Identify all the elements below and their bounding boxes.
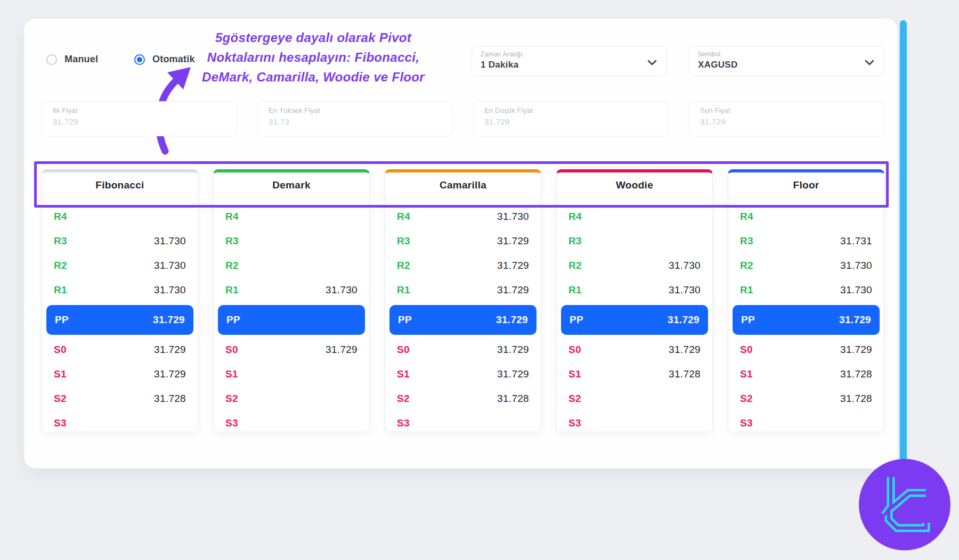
pivot-card: Woodie R4R3R231.730R131.730PP31.729S031.… bbox=[556, 169, 713, 432]
pivot-card: Demark R4R3R2R131.730PPS031.729S1S2S3 bbox=[213, 169, 370, 432]
pivot-row-label: S2 bbox=[54, 393, 67, 405]
pivot-row-r3: R331.731 bbox=[728, 229, 884, 253]
pivot-row-label: S3 bbox=[225, 417, 238, 429]
pivot-row-r4: R4 bbox=[728, 204, 884, 229]
pivot-row-s3: S3 bbox=[214, 411, 369, 435]
brand-logo bbox=[859, 459, 950, 550]
pivot-row-r1: R131.730 bbox=[728, 278, 884, 302]
pivot-row-r3: R331.730 bbox=[42, 229, 198, 253]
pivot-row-label: R1 bbox=[568, 284, 582, 296]
pivot-row-label: R3 bbox=[54, 235, 67, 247]
pivot-row-s2: S2 bbox=[557, 386, 712, 411]
pivot-row-label: S2 bbox=[568, 393, 581, 405]
pivot-row-label: S1 bbox=[225, 368, 238, 380]
select-value: XAGUSD bbox=[698, 60, 875, 70]
input-son-fiyat[interactable]: Son Fiyat 31.729 bbox=[689, 101, 884, 136]
pivot-row-value: 31.730 bbox=[669, 260, 701, 271]
pivot-row-label: R3 bbox=[568, 235, 582, 247]
pivot-row-label: PP bbox=[570, 314, 583, 326]
pivot-row-value: 31.729 bbox=[497, 368, 529, 380]
pivot-row-r3: R331.729 bbox=[385, 229, 541, 253]
pivot-row-label: S3 bbox=[54, 417, 67, 429]
input-label: İlk Fiyat bbox=[53, 106, 226, 114]
pivot-row-value: 31.729 bbox=[497, 260, 529, 271]
pivot-row-label: R1 bbox=[740, 284, 753, 296]
pivot-row-label: S0 bbox=[397, 344, 410, 356]
pivot-row-value: 31.729 bbox=[497, 344, 529, 356]
pivot-card-title: Camarilla bbox=[385, 172, 541, 198]
pivot-row-value: 31.729 bbox=[153, 314, 185, 326]
input-value: 31.729 bbox=[484, 117, 657, 126]
pivot-row-label: PP bbox=[741, 314, 755, 326]
pivot-row-value: 31.728 bbox=[840, 393, 872, 405]
input-label: Son Fiyat bbox=[700, 106, 873, 114]
pivot-row-label: S1 bbox=[397, 368, 410, 380]
pivot-row-pp: PP bbox=[218, 305, 365, 335]
pivot-row-label: R1 bbox=[397, 284, 410, 296]
pivot-row-value: 31.730 bbox=[840, 260, 872, 271]
radio-manuel[interactable]: Manuel bbox=[46, 54, 98, 65]
pivot-row-s2: S231.728 bbox=[385, 386, 541, 411]
pivot-cards: Fibonacci R4R331.730R231.730R131.730PP31… bbox=[42, 169, 884, 432]
annotation-line: DeMark, Camarilla, Woodie ve Floor bbox=[185, 67, 441, 87]
timeframe-select[interactable]: Zaman Aralığı: 1 Dakika bbox=[472, 46, 667, 76]
input-en-dusuk-fiyat[interactable]: En Düşük Fiyat 31.729 bbox=[473, 101, 669, 136]
pivot-row-s0: S031.729 bbox=[557, 337, 712, 362]
pivot-row-r1: R131.730 bbox=[42, 278, 198, 302]
radio-manuel-label: Manuel bbox=[64, 54, 98, 65]
pivot-row-s1: S1 bbox=[214, 362, 369, 386]
pivot-row-label: R2 bbox=[54, 260, 67, 271]
pivot-row-label: R3 bbox=[740, 235, 753, 247]
pivot-row-s0: S031.729 bbox=[42, 337, 198, 362]
pivot-row-label: R4 bbox=[568, 211, 582, 223]
input-en-yuksek-fiyat[interactable]: En Yüksek Fiyat 31.73 bbox=[257, 101, 453, 136]
pivot-row-s2: S231.728 bbox=[728, 386, 884, 411]
pivot-card-title: Woodie bbox=[557, 172, 712, 198]
pivot-row-label: R1 bbox=[225, 284, 239, 296]
pivot-row-value: 31.730 bbox=[669, 284, 701, 296]
pivot-row-label: S2 bbox=[740, 393, 753, 405]
pivot-row-s3: S3 bbox=[557, 411, 712, 435]
pivot-row-label: S0 bbox=[54, 344, 67, 356]
pivot-row-label: R1 bbox=[54, 284, 67, 296]
input-ilk-fiyat[interactable]: İlk Fiyat 31.729 bbox=[42, 101, 237, 136]
pivot-row-value: 31.730 bbox=[326, 284, 357, 296]
pivot-row-s0: S031.729 bbox=[214, 337, 369, 362]
brand-lira-mark-icon bbox=[867, 467, 942, 542]
annotation-note: 5göstergeye dayalı olarak Pivot Noktalar… bbox=[185, 28, 441, 87]
pivot-row-r4: R431.730 bbox=[385, 204, 541, 229]
pivot-row-value: 31.729 bbox=[497, 235, 529, 247]
input-value: 31.729 bbox=[700, 117, 873, 126]
pivot-row-s1: S131.728 bbox=[728, 362, 884, 386]
pivot-row-s3: S3 bbox=[728, 411, 884, 435]
pivot-row-value: 31.730 bbox=[840, 284, 872, 296]
pivot-row-label: PP bbox=[226, 314, 240, 326]
pivot-row-label: S2 bbox=[397, 393, 410, 405]
pivot-row-value: 31.730 bbox=[497, 211, 529, 223]
pivot-row-label: S0 bbox=[568, 344, 581, 356]
pivot-row-pp: PP31.729 bbox=[389, 305, 537, 335]
pivot-row-s3: S3 bbox=[385, 411, 541, 435]
pivot-card-rows: R4R3R231.730R131.730PP31.729S031.729S131… bbox=[557, 198, 712, 435]
symbol-select[interactable]: Sembol XAGUSD bbox=[689, 46, 884, 76]
pivot-row-pp: PP31.729 bbox=[733, 305, 880, 335]
pivot-row-r1: R131.730 bbox=[214, 278, 369, 302]
pivot-row-s1: S131.729 bbox=[42, 362, 198, 386]
pivot-row-label: S3 bbox=[740, 417, 753, 429]
input-value: 31.729 bbox=[53, 117, 226, 126]
pivot-row-s1: S131.728 bbox=[557, 362, 712, 386]
pivot-card-title: Fibonacci bbox=[42, 172, 198, 198]
pivot-row-value: 31.729 bbox=[669, 344, 701, 356]
pivot-row-label: R2 bbox=[568, 260, 582, 271]
pivot-row-r2: R231.730 bbox=[557, 253, 712, 278]
pivot-card-rows: R4R331.730R231.730R131.730PP31.729S031.7… bbox=[42, 198, 198, 435]
pivot-row-label: PP bbox=[55, 314, 69, 326]
pivot-row-s2: S2 bbox=[214, 386, 369, 411]
pivot-row-r4: R4 bbox=[214, 204, 369, 229]
pivot-row-label: R2 bbox=[740, 260, 753, 271]
pivot-row-value: 31.729 bbox=[496, 314, 528, 326]
pivot-row-r4: R4 bbox=[42, 204, 198, 229]
pivot-row-r1: R131.730 bbox=[557, 278, 712, 302]
pivot-row-s0: S031.729 bbox=[728, 337, 884, 362]
select-value: 1 Dakika bbox=[481, 60, 658, 70]
